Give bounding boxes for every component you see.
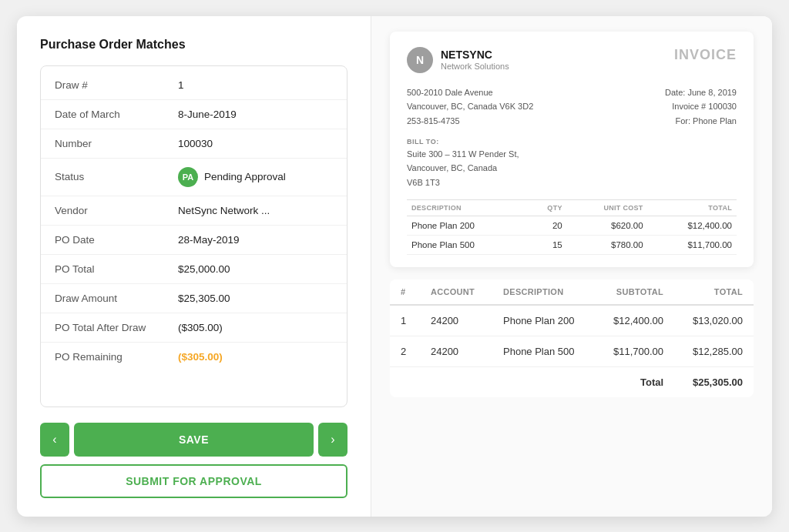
col-num: # (390, 279, 420, 305)
total-row: Total $25,305.00 (390, 366, 754, 397)
field-label: PO Total (55, 263, 178, 275)
status-badge-icon: PA (178, 167, 198, 187)
account-table: # ACCOUNT DESCRIPTION SUBTOTAL TOTAL 124… (390, 279, 754, 397)
brand-name: NETSYNC (441, 49, 509, 62)
invoice-number: Invoice # 100030 (665, 99, 737, 114)
field-label: Draw Amount (55, 293, 178, 304)
total-label: Total (595, 366, 674, 397)
account-table-row: 124200Phone Plan 200$12,400.00$13,020.00 (390, 305, 754, 336)
invoice-address: 500-2010 Dale Avenue Vancouver, BC, Cana… (407, 85, 533, 129)
col-description: DESCRIPTION (492, 279, 595, 305)
field-value: $25,305.00 (178, 293, 230, 304)
bottom-table: # ACCOUNT DESCRIPTION SUBTOTAL TOTAL 124… (390, 279, 754, 397)
total-amount: $25,305.00 (674, 366, 754, 397)
field-value: ($305.00) (178, 322, 223, 333)
field-label: Number (55, 138, 178, 149)
invoice-card: N NETSYNC Network Solutions INVOICE 500-… (390, 32, 754, 267)
invoice-label: INVOICE (674, 47, 737, 63)
invoice-header: N NETSYNC Network Solutions INVOICE (407, 47, 737, 73)
panel-title: Purchase Order Matches (40, 38, 347, 52)
prev-button[interactable]: ‹ (40, 423, 69, 457)
submit-button[interactable]: SUBMIT FOR APPROVAL (40, 464, 347, 498)
field-label: PO Remaining (55, 351, 178, 363)
field-value: ($305.00) (178, 351, 223, 363)
left-panel: Purchase Order Matches Draw #1Date of Ma… (17, 16, 371, 517)
field-row: PO Date28-May-2019 (41, 226, 347, 255)
invoice-col-unitcost: UNIT COST (567, 199, 648, 216)
field-label: Date of March (55, 109, 178, 120)
brand-subtitle: Network Solutions (441, 62, 509, 71)
field-label: PO Total After Draw (55, 322, 178, 333)
bill-to-address: Suite 300 – 311 W Pender St, Vancouver, … (407, 147, 737, 190)
invoice-address-row: 500-2010 Dale Avenue Vancouver, BC, Cana… (407, 85, 737, 129)
field-row: VendorNetSync Network ... (41, 196, 347, 226)
bill-to-label: BILL TO: (407, 138, 737, 146)
col-account: ACCOUNT (420, 279, 492, 305)
field-value: 8-June-2019 (178, 109, 237, 120)
account-table-header-row: # ACCOUNT DESCRIPTION SUBTOTAL TOTAL (390, 279, 754, 305)
invoice-table-row: Phone Plan 50015$780.00$11,700.00 (407, 235, 737, 254)
field-label: Vendor (55, 205, 178, 216)
col-total: TOTAL (674, 279, 754, 305)
field-value: $25,000.00 (178, 263, 230, 275)
field-label: Draw # (55, 79, 178, 91)
account-table-row: 224200Phone Plan 500$11,700.00$12,285.00 (390, 336, 754, 366)
invoice-meta: Date: June 8, 2019 Invoice # 100030 For:… (665, 85, 737, 129)
buttons-section: ‹ SAVE › SUBMIT FOR APPROVAL (40, 423, 347, 498)
invoice-col-description: DESCRIPTION (407, 199, 527, 216)
field-value: NetSync Network ... (178, 205, 270, 216)
field-row: StatusPAPending Approval (41, 159, 347, 196)
invoice-table-row: Phone Plan 20020$620.00$12,400.00 (407, 216, 737, 235)
invoice-for: For: Phone Plan (665, 114, 737, 129)
field-row: Number100030 (41, 129, 347, 159)
brand-initial: N (407, 47, 433, 73)
field-value: 28-May-2019 (178, 234, 240, 246)
field-row: PO Total After Draw($305.00) (41, 313, 347, 343)
field-row: Draw #1 (41, 71, 347, 100)
invoice-table-header-row: DESCRIPTION QTY UNIT COST TOTAL (407, 199, 737, 216)
status-text: Pending Approval (204, 171, 286, 182)
field-label: PO Date (55, 234, 178, 246)
field-row: Draw Amount$25,305.00 (41, 284, 347, 313)
field-label: Status (55, 171, 178, 182)
fields-card: Draw #1Date of March8-June-2019Number100… (40, 65, 347, 407)
save-button[interactable]: SAVE (74, 423, 314, 457)
field-row: Date of March8-June-2019 (41, 100, 347, 129)
next-button[interactable]: › (318, 423, 347, 457)
field-row: PO Remaining($305.00) (41, 343, 347, 371)
col-subtotal: SUBTOTAL (595, 279, 674, 305)
invoice-date: Date: June 8, 2019 (665, 85, 737, 100)
field-value: 1 (178, 79, 184, 91)
save-row: ‹ SAVE › (40, 423, 347, 457)
field-row: PO Total$25,000.00 (41, 255, 347, 284)
invoice-col-qty: QTY (527, 199, 567, 216)
field-value: PAPending Approval (178, 167, 286, 187)
field-value: 100030 (178, 138, 213, 149)
invoice-brand: N NETSYNC Network Solutions (407, 47, 509, 73)
right-panel: N NETSYNC Network Solutions INVOICE 500-… (371, 16, 772, 517)
invoice-table: DESCRIPTION QTY UNIT COST TOTAL Phone Pl… (407, 199, 737, 255)
invoice-col-total: TOTAL (648, 199, 737, 216)
